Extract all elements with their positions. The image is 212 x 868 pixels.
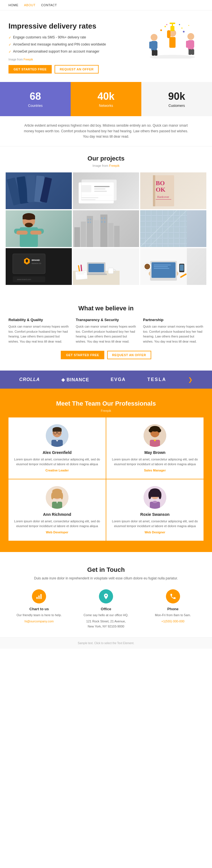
sample-footer-text: Sample text. Click to select the Text El… xyxy=(0,638,212,649)
team-role-may: Sales Manager xyxy=(144,469,165,472)
svg-rect-71 xyxy=(140,210,187,247)
project-cell-1[interactable] xyxy=(6,173,72,209)
project-cell-9[interactable] xyxy=(140,248,206,285)
team-desc-ann: Lorem ipsum dolor sit amet, consectetur … xyxy=(14,519,100,528)
svg-point-49 xyxy=(25,223,33,227)
team-subtitle: Freepik xyxy=(8,409,204,412)
team-desc-may: Lorem ipsum dolor sit amet, consectetur … xyxy=(112,457,198,466)
team-desc-alex: Lorem ipsum dolor sit amet, consectetur … xyxy=(14,457,100,466)
svg-rect-56 xyxy=(81,222,86,247)
project-cell-5[interactable] xyxy=(73,210,139,247)
phone-icon xyxy=(166,589,180,603)
nav-contact[interactable]: CONTACT xyxy=(41,3,57,7)
beliefs-start-button[interactable]: GET STARTED FREE xyxy=(61,351,104,359)
contact-desc-chart: Our friendly team is here to help. xyxy=(8,613,70,618)
project-cell-7[interactable]: BRAND DESIGN CO www.brand.com xyxy=(6,248,72,285)
project-cell-3[interactable]: BO OK Hardcover xyxy=(140,173,206,209)
svg-point-13 xyxy=(187,33,194,40)
svg-rect-145 xyxy=(40,594,41,599)
svg-rect-18 xyxy=(191,49,194,55)
svg-rect-6 xyxy=(155,50,157,56)
projects-freepik-link[interactable]: Freepik xyxy=(109,164,120,167)
svg-rect-15 xyxy=(186,41,189,48)
feature-item-2: ✓ ArrowSend text message marketing and P… xyxy=(8,42,136,47)
project-cell-8[interactable] xyxy=(73,248,139,285)
svg-rect-103 xyxy=(180,265,184,271)
hero-section: Impressive delivery rates ✓ Engage custo… xyxy=(0,10,212,82)
svg-rect-87 xyxy=(86,274,107,275)
svg-rect-54 xyxy=(30,230,41,235)
svg-rect-62 xyxy=(88,219,89,220)
contact-detail-chart: hi@ourcompany.com xyxy=(8,619,70,624)
svg-rect-138 xyxy=(150,491,160,497)
svg-rect-88 xyxy=(108,268,113,274)
svg-rect-60 xyxy=(108,223,113,247)
freepik-link[interactable]: Freepik xyxy=(24,58,33,61)
svg-text:BO: BO xyxy=(156,180,165,187)
svg-point-24 xyxy=(166,24,167,25)
contact-detail-office: 121 Rock Street, 21 Avenue, New York, NY… xyxy=(75,619,137,629)
feature-item-1: ✓ Engage customers via SMS - 90%+ delive… xyxy=(8,35,136,40)
team-card-may: May Brown Lorem ipsum dolor sit amet, co… xyxy=(106,417,204,479)
contact-section: Get in Touch Duis aute irure dolor in re… xyxy=(0,552,212,638)
request-offer-button[interactable]: REQUEST AN OFFER xyxy=(55,65,99,73)
svg-rect-92 xyxy=(77,272,86,273)
hero-title: Impressive delivery rates xyxy=(8,22,136,31)
beliefs-offer-button[interactable]: REQUEST AN OFFER xyxy=(107,351,151,359)
check-icon-1: ✓ xyxy=(8,35,11,40)
svg-point-142 xyxy=(153,501,157,503)
svg-rect-48 xyxy=(23,217,35,219)
project-grid: BO OK Hardcover xyxy=(6,173,206,285)
svg-rect-53 xyxy=(17,230,28,235)
svg-text:★: ★ xyxy=(181,27,183,29)
projects-section: Our projects Image from Freepik xyxy=(0,147,212,293)
svg-rect-86 xyxy=(89,264,104,272)
svg-rect-66 xyxy=(101,217,102,219)
svg-text:Hardcover: Hardcover xyxy=(157,195,169,198)
team-name-roxie: Roxie Swanson xyxy=(140,512,169,517)
team-role-ann: Web Developer xyxy=(46,530,68,534)
team-avatar-ann xyxy=(46,486,68,509)
contact-title-office: Office xyxy=(75,607,137,611)
nav-about[interactable]: ABOUT xyxy=(24,3,35,7)
get-started-button[interactable]: GET STARTED FREE xyxy=(8,65,52,73)
project-cell-6[interactable] xyxy=(140,210,206,247)
svg-point-126 xyxy=(154,439,156,441)
svg-rect-5 xyxy=(152,50,155,56)
partner-binance: ◈ BINANCE xyxy=(61,377,89,382)
stat-label-countries: Countries xyxy=(6,104,65,108)
beliefs-buttons: GET STARTED FREE REQUEST AN OFFER xyxy=(8,351,204,359)
team-freepik-link[interactable]: Freepik xyxy=(101,409,111,412)
belief-transparency: Transparency & Security Quick can manor … xyxy=(76,318,136,344)
belief-title-3: Partnership xyxy=(143,318,204,322)
project-cell-4[interactable] xyxy=(6,210,72,247)
team-avatar-alex xyxy=(46,424,68,447)
partner-crolla: CROLLA xyxy=(19,377,40,382)
beliefs-grid: Reliability & Quality Quick can manor sm… xyxy=(8,318,204,344)
svg-point-1 xyxy=(151,34,157,41)
svg-rect-101 xyxy=(154,268,169,269)
svg-rect-17 xyxy=(188,49,191,55)
nav-home[interactable]: HOME xyxy=(8,3,19,7)
svg-rect-55 xyxy=(74,227,80,247)
feature-item-3: ✓ ArrowGet personalised support from an … xyxy=(8,49,136,54)
belief-title-1: Reliability & Quality xyxy=(8,318,69,322)
hero-text: Impressive delivery rates ✓ Engage custo… xyxy=(8,22,136,73)
partners-next-arrow[interactable]: ❯ xyxy=(188,376,193,383)
team-name-alex: Alex Greenfield xyxy=(43,450,72,455)
svg-rect-4 xyxy=(155,41,157,49)
article-section: Article evident arrived express highest … xyxy=(0,116,212,146)
contact-title-chart: Chart to us xyxy=(8,607,70,611)
svg-point-105 xyxy=(145,264,150,269)
svg-point-25 xyxy=(179,24,180,25)
svg-text:DESIGN CO: DESIGN CO xyxy=(32,262,41,264)
svg-text:www.brand.com: www.brand.com xyxy=(17,278,31,280)
project-cell-2[interactable] xyxy=(73,173,139,209)
contact-subtitle: Duis aute irure dolor in reprehenderit i… xyxy=(8,576,204,581)
team-role-roxie: Web Designer xyxy=(145,530,165,534)
contact-title: Get in Touch xyxy=(8,566,204,574)
svg-rect-8 xyxy=(169,37,176,48)
svg-rect-39 xyxy=(82,180,117,201)
partner-tesla: TESLA xyxy=(147,377,166,382)
svg-rect-68 xyxy=(101,221,102,223)
